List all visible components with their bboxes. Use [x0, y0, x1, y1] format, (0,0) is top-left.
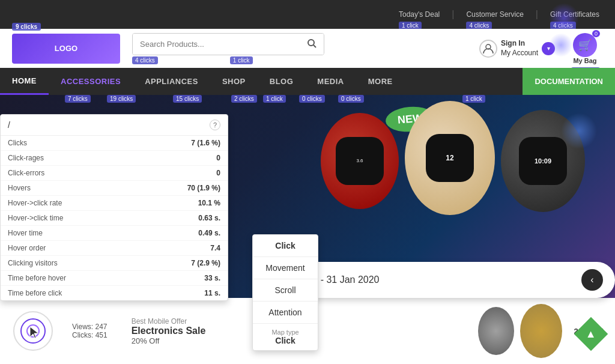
nav-bar: HOME ACCESSORIES APPLIANCES SHOP BLOG ME…: [0, 68, 615, 95]
customer-service-link[interactable]: Customer Service 4 clicks: [466, 10, 523, 19]
todays-deal-label: Today's Deal: [399, 10, 440, 19]
sign-in-label: Sign In: [501, 39, 538, 49]
stats-value-click-errors: 0: [216, 169, 220, 177]
stats-label-hover-click-rate: Hover->click rate: [8, 199, 62, 207]
user-icon: [482, 43, 494, 55]
stats-label-hover-time: Hover time: [8, 229, 43, 237]
search-right-badge: 1 click: [230, 56, 253, 64]
context-menu-movement[interactable]: Movement: [253, 257, 318, 279]
top-bar: Today's Deal 1 click | Customer Service …: [0, 0, 615, 29]
stats-value-time-before-hover: 33 s.: [204, 274, 220, 282]
stats-value-hover-click-time: 0.63 s.: [198, 214, 220, 222]
stats-row-clicking-visitors: Clicking visitors 7 (2.9 %): [1, 256, 228, 271]
stats-row-hover-click-rate: Hover->click rate 10.1 %: [1, 196, 228, 211]
header-area: 9 clicks LOGO 4 clicks 1 click: [0, 29, 615, 68]
stats-header: / ?: [1, 115, 228, 136]
account-area[interactable]: Sign In My Account ▾: [479, 39, 555, 58]
search-click-badges: 4 clicks 1 click: [132, 56, 253, 64]
context-menu: Click Movement Scroll Attention Map type…: [252, 234, 318, 351]
watch-center: 12: [405, 101, 495, 215]
stats-row-click-rages: Click-rages 0: [1, 151, 228, 166]
cart-area[interactable]: 🛒 0 My Bag 47 clicks: [573, 33, 597, 64]
nav-media[interactable]: MEDIA: [305, 68, 356, 95]
stats-row-hover-order: Hover order 7.4: [1, 241, 228, 256]
gift-certificates-link[interactable]: Gift Certificates 4 clicks: [550, 10, 605, 19]
stats-label-time-before-hover: Time before hover: [8, 274, 66, 282]
promo-logo: [12, 310, 54, 352]
nav-documentation[interactable]: DOCUMENTATION: [523, 68, 615, 95]
map-type-label: Map type: [265, 329, 306, 336]
account-text: Sign In My Account: [501, 39, 538, 58]
logo-click-badge: 9 clicks: [12, 23, 41, 31]
watch-face-right: 10:09: [519, 137, 567, 185]
stats-row-time-before-hover: Time before hover 33 s.: [1, 271, 228, 286]
search-bar: [132, 33, 324, 55]
nav-shop[interactable]: SHOP: [210, 68, 258, 95]
date-prev-button[interactable]: ‹: [581, 269, 603, 291]
search-button[interactable]: [300, 34, 324, 55]
watch-left: 3.6: [321, 113, 399, 209]
hero-heatspot-right: [561, 113, 597, 149]
stats-row-time-before-click: Time before click 11 s.: [1, 286, 228, 300]
stats-row-hover-time: Hover time 0.49 s.: [1, 226, 228, 241]
diamond-nav-icon: ▲: [586, 327, 596, 340]
stats-value-time-before-click: 11 s.: [204, 289, 220, 297]
stats-value-hovers: 70 (1.9 %): [187, 184, 220, 192]
nav-more[interactable]: MORE: [356, 68, 405, 95]
logo[interactable]: 9 clicks LOGO: [12, 34, 120, 64]
stats-help-button[interactable]: ?: [210, 120, 220, 130]
account-icon: [479, 40, 497, 58]
stats-row-clicks: Clicks 7 (1.6 %): [1, 136, 228, 151]
promo-clicks: Clicks: 451: [72, 331, 108, 339]
stats-label-click-rages: Click-rages: [8, 154, 44, 162]
account-heatspot: [549, 33, 573, 57]
stats-path: /: [8, 120, 10, 130]
stats-label-hovers: Hovers: [8, 184, 31, 192]
stats-row-hovers: Hovers 70 (1.9 %): [1, 181, 228, 196]
search-area: 4 clicks 1 click: [132, 33, 324, 64]
customer-service-label: Customer Service: [466, 10, 523, 19]
context-menu-scroll[interactable]: Scroll: [253, 279, 318, 301]
svg-point-0: [308, 40, 314, 46]
promo-title: Electronics Sale: [132, 326, 206, 336]
todays-deal-link[interactable]: Today's Deal 1 click: [399, 10, 440, 19]
cart-icon: 🛒: [578, 38, 592, 52]
map-type-value: Click: [265, 336, 306, 345]
promo-logo-svg: [12, 310, 54, 352]
nav-blog[interactable]: BLOG: [258, 68, 306, 95]
promo-text-area: Best Mobile Offer Electronics Sale 20% O…: [132, 317, 206, 345]
context-menu-click[interactable]: Click: [253, 235, 318, 256]
stats-label-time-before-click: Time before click: [8, 289, 62, 297]
nav-home[interactable]: HOME: [0, 68, 49, 95]
views-clicks-area: Views: 247 Clicks: 451: [72, 323, 108, 339]
search-input[interactable]: [133, 34, 300, 55]
hero-watches: 3.6 12 10:09: [321, 101, 585, 215]
stats-row-hover-click-time: Hover->click time 0.63 s.: [1, 211, 228, 226]
promo-watch-2: [520, 304, 562, 358]
nav-appliances[interactable]: APPLIANCES: [133, 68, 210, 95]
stats-label-hover-click-time: Hover->click time: [8, 214, 63, 222]
stats-label-clicks: Clicks: [8, 139, 27, 147]
promo-label: Best Mobile Offer: [132, 317, 206, 326]
stats-panel: / ? Clicks 7 (1.6 %) Click-rages 0 Click…: [0, 114, 228, 301]
stats-value-clicks: 7 (1.6 %): [191, 139, 220, 147]
context-menu-attention[interactable]: Attention: [253, 302, 318, 323]
my-account-label: My Account: [501, 49, 538, 58]
search-icon: [307, 38, 317, 48]
watch-face-left: 3.6: [336, 137, 384, 185]
stats-value-click-rages: 0: [216, 154, 220, 162]
cart-label: My Bag: [573, 57, 596, 64]
stats-value-hover-time: 0.49 s.: [198, 229, 220, 237]
nav-accessories[interactable]: ACCESSORIES: [49, 68, 133, 95]
stats-label-clicking-visitors: Clicking visitors: [8, 259, 58, 267]
svg-line-1: [314, 45, 316, 47]
website-background: Today's Deal 1 click | Customer Service …: [0, 0, 615, 364]
watch-face-center: 12: [426, 134, 474, 182]
search-left-badge: 4 clicks: [132, 56, 158, 64]
stats-value-hover-order: 7.4: [210, 244, 220, 252]
stats-row-click-errors: Click-errors 0: [1, 166, 228, 181]
stats-value-clicking-visitors: 7 (2.9 %): [191, 259, 220, 267]
cart-count: 0: [592, 30, 600, 37]
gift-certificates-label: Gift Certificates: [550, 10, 599, 19]
promo-discount: 20% Off: [132, 336, 206, 345]
